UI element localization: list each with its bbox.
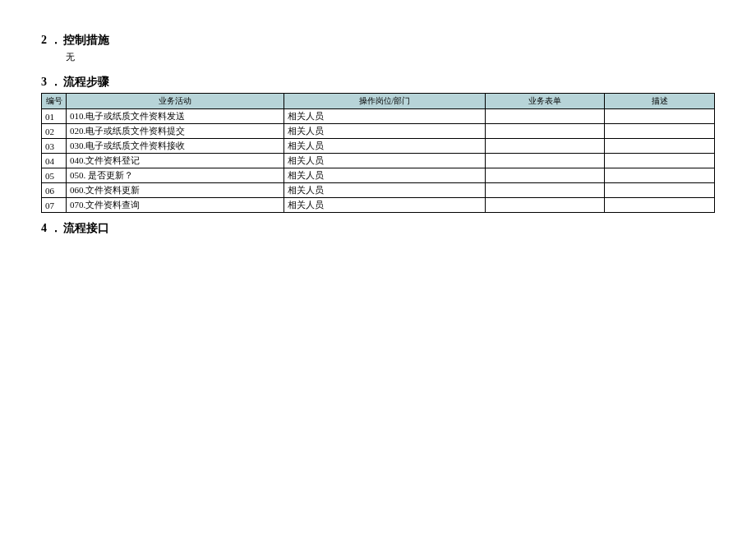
- cell-desc: [605, 154, 715, 168]
- header-id: 编号: [42, 94, 67, 109]
- cell-activity: 070.文件资料查询: [67, 198, 284, 213]
- section-4-title: 流程接口: [63, 222, 109, 234]
- table-row: 03030.电子或纸质文件资料接收相关人员: [42, 139, 715, 154]
- section-3-heading: 3．流程步骤: [41, 75, 715, 90]
- cell-position: 相关人员: [284, 154, 486, 168]
- header-desc: 描述: [605, 94, 715, 109]
- cell-id: 01: [42, 109, 67, 124]
- cell-form: [486, 168, 605, 183]
- section-2-content: 无: [66, 51, 715, 63]
- section-4-dot: ．: [50, 221, 62, 236]
- cell-desc: [605, 109, 715, 124]
- section-4-heading: 4．流程接口: [41, 221, 715, 236]
- cell-desc: [605, 124, 715, 139]
- table-row: 02020.电子或纸质文件资料提交相关人员: [42, 124, 715, 139]
- process-steps-table: 编号 业务活动 操作岗位/部门 业务表单 描述 01010.电子或纸质文件资料发…: [41, 93, 715, 213]
- cell-desc: [605, 198, 715, 213]
- section-4-number: 4: [41, 222, 47, 235]
- table-row: 06060.文件资料更新相关人员: [42, 183, 715, 198]
- header-position: 操作岗位/部门: [284, 94, 486, 109]
- cell-form: [486, 139, 605, 154]
- cell-position: 相关人员: [284, 168, 486, 183]
- cell-activity: 010.电子或纸质文件资料发送: [67, 109, 284, 124]
- cell-position: 相关人员: [284, 109, 486, 124]
- cell-id: 07: [42, 198, 67, 213]
- section-2-title: 控制措施: [63, 34, 109, 46]
- section-3-title: 流程步骤: [63, 76, 109, 88]
- table-row: 01010.电子或纸质文件资料发送相关人员: [42, 109, 715, 124]
- cell-form: [486, 183, 605, 198]
- cell-form: [486, 124, 605, 139]
- cell-id: 06: [42, 183, 67, 198]
- cell-form: [486, 154, 605, 168]
- cell-position: 相关人员: [284, 139, 486, 154]
- section-3-dot: ．: [50, 75, 62, 90]
- cell-activity: 020.电子或纸质文件资料提交: [67, 124, 284, 139]
- section-2-heading: 2．控制措施: [41, 33, 715, 48]
- cell-position: 相关人员: [284, 198, 486, 213]
- section-2-number: 2: [41, 34, 47, 47]
- header-activity: 业务活动: [67, 94, 284, 109]
- cell-id: 03: [42, 139, 67, 154]
- cell-desc: [605, 168, 715, 183]
- table-header-row: 编号 业务活动 操作岗位/部门 业务表单 描述: [42, 94, 715, 109]
- cell-activity: 060.文件资料更新: [67, 183, 284, 198]
- cell-id: 05: [42, 168, 67, 183]
- cell-activity: 050. 是否更新？: [67, 168, 284, 183]
- section-2-dot: ．: [50, 33, 62, 48]
- cell-activity: 040.文件资料登记: [67, 154, 284, 168]
- header-form: 业务表单: [486, 94, 605, 109]
- cell-position: 相关人员: [284, 183, 486, 198]
- cell-id: 02: [42, 124, 67, 139]
- section-3-number: 3: [41, 76, 47, 89]
- table-row: 05050. 是否更新？相关人员: [42, 168, 715, 183]
- cell-desc: [605, 139, 715, 154]
- cell-id: 04: [42, 154, 67, 168]
- cell-activity: 030.电子或纸质文件资料接收: [67, 139, 284, 154]
- table-row: 04040.文件资料登记相关人员: [42, 154, 715, 168]
- cell-form: [486, 109, 605, 124]
- cell-position: 相关人员: [284, 124, 486, 139]
- cell-form: [486, 198, 605, 213]
- cell-desc: [605, 183, 715, 198]
- table-row: 07070.文件资料查询相关人员: [42, 198, 715, 213]
